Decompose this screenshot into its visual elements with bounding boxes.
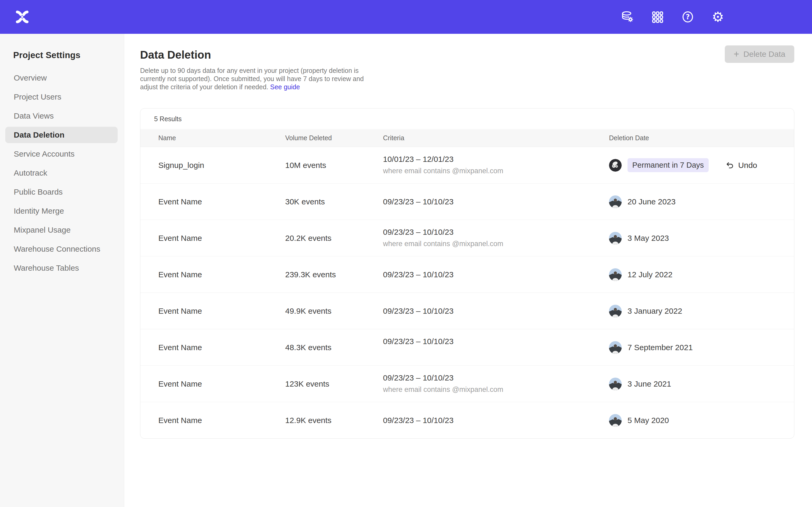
table-row: Signup_login 10M events 10/01/23 – 12/01… <box>140 147 794 183</box>
sidebar-item-identity-merge[interactable]: Identity Merge <box>5 203 118 219</box>
deletion-results-card: 5 Results Name Volume Deleted Criteria D… <box>140 108 794 439</box>
deletion-date-cell: Permanent in 7 Days Undo <box>609 158 794 172</box>
table-row: Event Name 48.3K events 09/23/23 – 10/10… <box>140 329 794 365</box>
event-name: Event Name <box>158 306 285 316</box>
criteria-filter: where email contains @mixpanel.com <box>383 167 609 176</box>
table-header-row: Name Volume Deleted Criteria Deletion Da… <box>140 129 794 147</box>
criteria-filter: where email contains @mixpanel.com <box>383 240 609 249</box>
event-name: Event Name <box>158 416 285 425</box>
criteria-cell: 09/23/23 – 10/10/23 where email contains… <box>383 374 609 395</box>
deletion-date: 12 July 2022 <box>627 270 672 279</box>
criteria-cell: 09/23/23 – 10/10/23 <box>383 337 609 358</box>
column-header-volume: Volume Deleted <box>285 134 383 142</box>
volume-deleted: 49.9K events <box>285 306 383 316</box>
deletion-date: 3 June 2021 <box>627 380 671 388</box>
deletion-date: 5 May 2020 <box>627 416 669 425</box>
criteria-filter: where email contains @mixpanel.com <box>383 386 609 395</box>
mixpanel-logo[interactable] <box>15 9 30 24</box>
avatar <box>609 341 622 354</box>
avatar <box>609 414 622 427</box>
page-title: Data Deletion <box>140 49 812 61</box>
event-name: Event Name <box>158 197 285 206</box>
data-settings-icon[interactable] <box>620 9 635 24</box>
delete-data-button[interactable]: + Delete Data <box>725 45 794 63</box>
criteria-cell: 09/23/23 – 10/10/23 where email contains… <box>383 228 609 249</box>
avatar <box>609 159 622 172</box>
criteria-cell: 09/23/23 – 10/10/23 <box>383 416 609 425</box>
table-row: Event Name 49.9K events 09/23/23 – 10/10… <box>140 293 794 329</box>
column-header-criteria: Criteria <box>383 134 609 142</box>
sidebar-item-mixpanel-usage[interactable]: Mixpanel Usage <box>5 222 118 238</box>
help-icon[interactable]: ? <box>680 9 695 24</box>
table-row: Event Name 12.9K events 09/23/23 – 10/10… <box>140 402 794 438</box>
mixpanel-logo-icon <box>15 9 30 24</box>
event-name: Event Name <box>158 234 285 243</box>
sidebar-item-public-boards[interactable]: Public Boards <box>5 184 118 200</box>
volume-deleted: 10M events <box>285 161 383 170</box>
criteria-range: 09/23/23 – 10/10/23 <box>383 374 609 382</box>
criteria-filter <box>383 349 609 358</box>
project-settings-sidebar: Project Settings Overview Project Users … <box>0 34 124 507</box>
status-badge: Permanent in 7 Days <box>627 158 709 172</box>
sidebar-item-warehouse-tables[interactable]: Warehouse Tables <box>5 260 118 276</box>
avatar <box>609 305 622 318</box>
sidebar-item-project-users[interactable]: Project Users <box>5 89 118 105</box>
deletion-date-cell: 5 May 2020 <box>609 414 794 427</box>
criteria-range: 09/23/23 – 10/10/23 <box>383 197 609 206</box>
deletion-date-cell: 7 September 2021 <box>609 341 794 354</box>
column-header-name: Name <box>158 134 285 142</box>
sidebar-item-data-deletion[interactable]: Data Deletion <box>5 127 118 143</box>
page-header: Data Deletion Delete up to 90 days data … <box>124 34 812 91</box>
page-description: Delete up to 90 days data for any event … <box>140 66 373 91</box>
volume-deleted: 48.3K events <box>285 343 383 352</box>
deletion-date-cell: 20 June 2023 <box>609 195 794 208</box>
undo-label: Undo <box>738 161 757 170</box>
sidebar-item-data-views[interactable]: Data Views <box>5 108 118 124</box>
table-row: Event Name 239.3K events 09/23/23 – 10/1… <box>140 256 794 293</box>
deletion-date: 3 May 2023 <box>627 234 669 243</box>
top-navigation-bar: ? ⚙ <box>0 0 812 34</box>
volume-deleted: 239.3K events <box>285 270 383 279</box>
deletion-date-cell: 12 July 2022 <box>609 268 794 281</box>
plus-icon: + <box>734 49 739 59</box>
undo-button[interactable]: Undo <box>725 161 757 170</box>
event-name: Event Name <box>158 343 285 352</box>
avatar <box>609 268 622 281</box>
sidebar-item-autotrack[interactable]: Autotrack <box>5 165 118 181</box>
page-description-text: Delete up to 90 days data for any event … <box>140 67 364 91</box>
see-guide-link[interactable]: See guide <box>270 83 300 91</box>
deletion-date-cell: 3 June 2021 <box>609 378 794 390</box>
table-row: Event Name 30K events 09/23/23 – 10/10/2… <box>140 183 794 220</box>
criteria-cell: 10/01/23 – 12/01/23 where email contains… <box>383 155 609 176</box>
criteria-cell: 09/23/23 – 10/10/23 <box>383 197 609 206</box>
volume-deleted: 20.2K events <box>285 234 383 243</box>
column-header-deletion-date: Deletion Date <box>609 134 794 142</box>
avatar <box>609 232 622 244</box>
deletion-date: 20 June 2023 <box>627 197 676 206</box>
sidebar-item-service-accounts[interactable]: Service Accounts <box>5 146 118 162</box>
settings-gear-icon[interactable]: ⚙ <box>711 9 725 24</box>
sidebar-item-warehouse-connections[interactable]: Warehouse Connections <box>5 241 118 257</box>
deletion-date: 3 January 2022 <box>627 306 682 316</box>
sidebar-title: Project Settings <box>13 50 124 60</box>
topbar-icon-group: ? ⚙ <box>620 0 725 34</box>
apps-grid-icon[interactable] <box>650 9 665 24</box>
avatar <box>609 378 622 390</box>
volume-deleted: 30K events <box>285 197 383 206</box>
main-content: Data Deletion Delete up to 90 days data … <box>124 34 812 507</box>
criteria-range: 09/23/23 – 10/10/23 <box>383 306 609 316</box>
event-name: Signup_login <box>158 161 285 170</box>
criteria-cell: 09/23/23 – 10/10/23 <box>383 270 609 279</box>
delete-data-button-label: Delete Data <box>744 50 785 59</box>
criteria-cell: 09/23/23 – 10/10/23 <box>383 306 609 316</box>
volume-deleted: 123K events <box>285 380 383 388</box>
table-row: Event Name 123K events 09/23/23 – 10/10/… <box>140 365 794 402</box>
avatar <box>609 195 622 208</box>
sidebar-item-overview[interactable]: Overview <box>5 70 118 86</box>
svg-text:?: ? <box>686 13 690 21</box>
event-name: Event Name <box>158 270 285 279</box>
deletion-date: 7 September 2021 <box>627 343 693 352</box>
deletion-date-cell: 3 January 2022 <box>609 305 794 318</box>
criteria-range: 09/23/23 – 10/10/23 <box>383 416 609 425</box>
volume-deleted: 12.9K events <box>285 416 383 425</box>
